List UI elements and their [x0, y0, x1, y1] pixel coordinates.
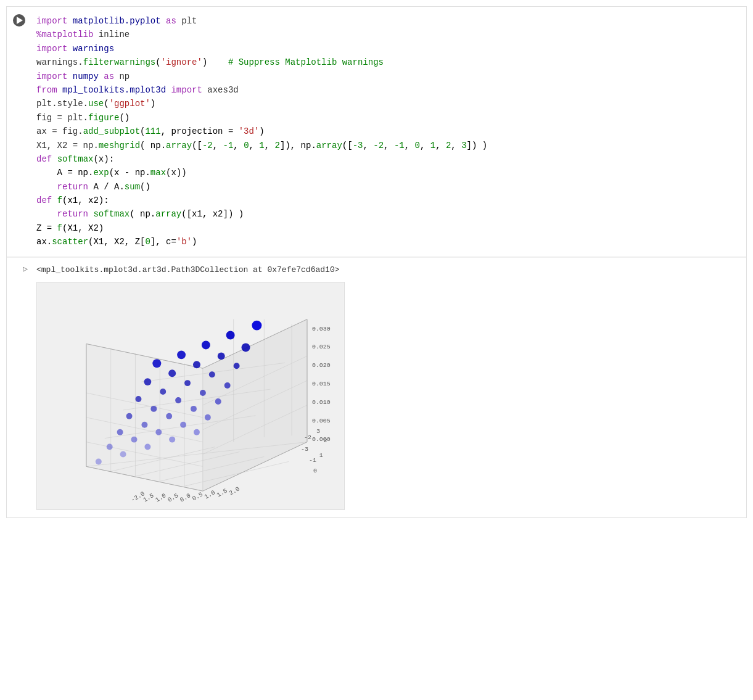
svg-point-65 [141, 421, 147, 427]
svg-point-57 [169, 436, 175, 442]
cell-input: import matplotlib.pyplot as plt %matplot… [7, 7, 746, 257]
run-icon [13, 14, 25, 27]
svg-text:0.025: 0.025 [312, 344, 331, 350]
svg-point-77 [209, 371, 215, 377]
svg-point-59 [107, 443, 113, 450]
svg-point-85 [177, 350, 186, 359]
svg-point-71 [175, 397, 181, 403]
svg-point-68 [215, 398, 221, 405]
output-result-text: <mpl_toolkits.mplot3d.art3d.Path3DCollec… [36, 265, 741, 274]
svg-point-55 [120, 451, 126, 457]
svg-point-69 [126, 413, 133, 419]
output-arrow: ▷ [7, 263, 31, 513]
svg-text:0.015: 0.015 [312, 381, 331, 387]
svg-point-81 [193, 361, 200, 368]
svg-point-67 [191, 406, 197, 412]
svg-point-58 [194, 429, 200, 435]
svg-point-70 [150, 406, 157, 412]
scatter-plot-svg: 0.030 0.025 0.020 0.015 0.010 0.005 0.00… [37, 282, 344, 509]
svg-text:0: 0 [313, 467, 317, 474]
svg-text:0.005: 0.005 [312, 417, 331, 424]
svg-point-76 [184, 380, 191, 386]
svg-point-60 [131, 436, 138, 442]
svg-point-64 [117, 429, 123, 435]
svg-text:2: 2 [324, 437, 327, 443]
svg-point-79 [144, 378, 151, 385]
svg-point-83 [242, 343, 250, 352]
svg-text:0.020: 0.020 [312, 362, 331, 369]
svg-point-63 [205, 414, 211, 420]
svg-point-86 [202, 340, 210, 349]
notebook-cell: import matplotlib.pyplot as plt %matplot… [6, 6, 747, 518]
svg-point-82 [218, 352, 225, 360]
cell-output: ▷ <mpl_toolkits.mplot3d.art3d.Path3DColl… [7, 257, 746, 517]
svg-text:1: 1 [319, 452, 323, 459]
svg-marker-2 [86, 344, 203, 491]
svg-text:-2: -2 [304, 434, 311, 440]
svg-point-62 [180, 421, 186, 427]
svg-text:0.030: 0.030 [312, 325, 331, 332]
svg-point-73 [224, 382, 231, 389]
run-button[interactable] [7, 12, 31, 252]
svg-point-56 [144, 443, 150, 450]
svg-text:3: 3 [316, 427, 320, 434]
svg-point-74 [135, 396, 141, 402]
svg-point-78 [234, 363, 240, 369]
svg-text:0.010: 0.010 [312, 399, 331, 406]
code-editor[interactable]: import matplotlib.pyplot as plt %matplot… [31, 12, 746, 252]
svg-text:0.000: 0.000 [312, 435, 331, 442]
svg-point-66 [166, 413, 172, 419]
svg-point-88 [252, 320, 261, 330]
svg-point-61 [155, 429, 162, 435]
svg-point-54 [96, 458, 102, 464]
output-content: <mpl_toolkits.mplot3d.art3d.Path3DCollec… [31, 263, 746, 513]
svg-point-87 [226, 331, 235, 339]
svg-text:-3: -3 [301, 446, 308, 453]
plot-output: 0.030 0.025 0.020 0.015 0.010 0.005 0.00… [36, 282, 345, 510]
svg-point-72 [200, 390, 206, 396]
svg-point-75 [160, 389, 166, 395]
svg-point-80 [168, 369, 176, 377]
svg-text:-1: -1 [309, 457, 316, 464]
run-triangle-icon [17, 17, 23, 24]
svg-point-84 [152, 359, 161, 368]
